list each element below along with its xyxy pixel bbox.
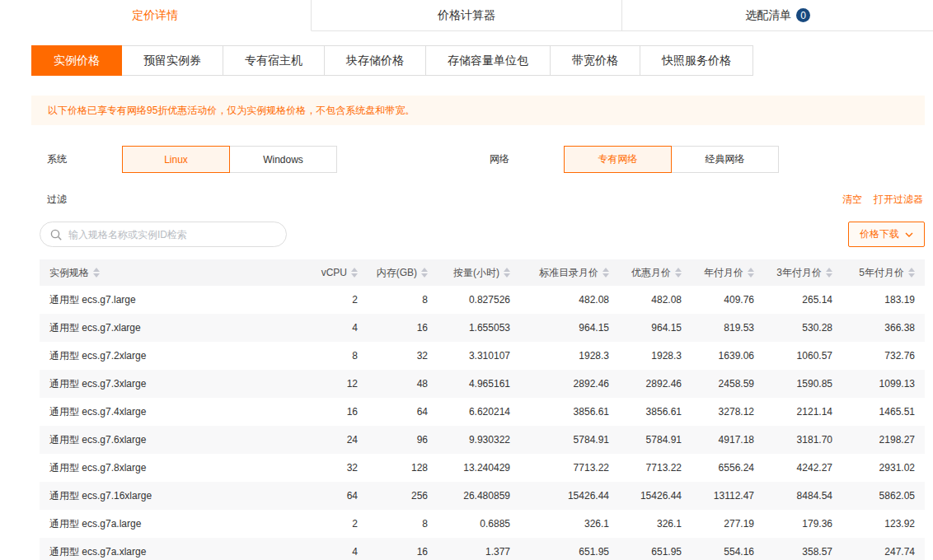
value-cell: 3181.70 bbox=[764, 426, 842, 454]
value-cell: 2892.46 bbox=[520, 370, 619, 398]
value-cell: 1099.13 bbox=[842, 370, 925, 398]
column-header[interactable]: 内存(GB) bbox=[368, 259, 438, 286]
value-cell: 5862.05 bbox=[842, 482, 925, 510]
price-download-button[interactable]: 价格下载 bbox=[848, 222, 925, 247]
value-cell: 366.38 bbox=[842, 314, 925, 342]
clear-filter-link[interactable]: 清空 bbox=[842, 193, 862, 207]
value-cell: 4917.18 bbox=[692, 426, 764, 454]
value-cell: 1.377 bbox=[438, 538, 520, 560]
network-label: 网络 bbox=[490, 152, 564, 166]
value-cell: 1639.06 bbox=[692, 342, 764, 370]
sort-icon bbox=[504, 268, 510, 278]
open-filter-link[interactable]: 打开过滤器 bbox=[874, 193, 923, 207]
value-cell: 183.19 bbox=[842, 286, 925, 314]
system-network-filter-row: 系统 Linux Windows 网络 专有网络 经典网络 bbox=[31, 146, 925, 173]
column-header-label: 优惠月价 bbox=[631, 266, 671, 280]
value-cell: 554.16 bbox=[692, 538, 764, 560]
instance-spec-cell: 通用型 ecs.g7.large bbox=[40, 286, 289, 314]
value-cell: 2931.02 bbox=[842, 454, 925, 482]
sub-tab-dedicated-host[interactable]: 专有宿主机 bbox=[223, 45, 325, 76]
value-cell: 5784.91 bbox=[520, 426, 619, 454]
value-cell: 2121.14 bbox=[764, 398, 842, 426]
value-cell: 651.95 bbox=[619, 538, 692, 560]
column-header-label: 实例规格 bbox=[49, 266, 89, 280]
value-cell: 964.15 bbox=[520, 314, 619, 342]
column-header[interactable]: 优惠月价 bbox=[619, 259, 692, 286]
value-cell: 4.965161 bbox=[438, 370, 520, 398]
value-cell: 48 bbox=[368, 370, 438, 398]
tab-config-list[interactable]: 选配清单 0 bbox=[622, 0, 933, 31]
value-cell: 326.1 bbox=[520, 510, 619, 538]
sub-tab-storage-capacity-unit[interactable]: 存储容量单位包 bbox=[425, 45, 551, 76]
sub-tab-bandwidth-price[interactable]: 带宽价格 bbox=[550, 45, 640, 76]
value-cell: 64 bbox=[368, 398, 438, 426]
tab-pricing-details[interactable]: 定价详情 bbox=[0, 0, 312, 31]
value-cell: 8 bbox=[368, 510, 438, 538]
value-cell: 1590.85 bbox=[764, 370, 842, 398]
search-box bbox=[40, 222, 287, 247]
table-row: 通用型 ecs.g7.2xlarge8323.3101071928.31928.… bbox=[40, 342, 925, 370]
column-header[interactable]: 按量(小时) bbox=[438, 259, 520, 286]
value-cell: 12 bbox=[289, 370, 368, 398]
value-cell: 123.92 bbox=[842, 510, 925, 538]
instance-spec-cell: 通用型 ecs.g7.16xlarge bbox=[40, 482, 289, 510]
column-header[interactable]: 标准目录月价 bbox=[520, 259, 619, 286]
column-header[interactable]: 实例规格 bbox=[40, 259, 289, 286]
filter-links-row: 过滤 清空 打开过滤器 bbox=[31, 193, 925, 207]
sub-tab-block-storage-price[interactable]: 块存储价格 bbox=[324, 45, 426, 76]
value-cell: 8 bbox=[289, 342, 368, 370]
value-cell: 0.827526 bbox=[438, 286, 520, 314]
value-cell: 4242.27 bbox=[764, 454, 842, 482]
value-cell: 964.15 bbox=[619, 314, 692, 342]
column-header[interactable]: 3年付月价 bbox=[764, 259, 842, 286]
value-cell: 2198.27 bbox=[842, 426, 925, 454]
network-option-classic[interactable]: 经典网络 bbox=[671, 146, 779, 173]
sort-icon bbox=[908, 268, 915, 278]
value-cell: 16 bbox=[368, 538, 438, 560]
instance-spec-cell: 通用型 ecs.g7.3xlarge bbox=[40, 370, 289, 398]
value-cell: 1465.51 bbox=[842, 398, 925, 426]
sort-icon bbox=[602, 268, 609, 278]
value-cell: 256 bbox=[368, 482, 438, 510]
instance-spec-cell: 通用型 ecs.g7a.large bbox=[40, 510, 289, 538]
instance-spec-cell: 通用型 ecs.g7.4xlarge bbox=[40, 398, 289, 426]
filter-links: 清空 打开过滤器 bbox=[842, 193, 925, 207]
value-cell: 358.57 bbox=[764, 538, 842, 560]
value-cell: 2 bbox=[289, 510, 368, 538]
value-cell: 6.620214 bbox=[438, 398, 520, 426]
value-cell: 2458.59 bbox=[692, 370, 764, 398]
column-header-label: 3年付月价 bbox=[776, 266, 822, 280]
sub-tab-reserved-instance-coupon[interactable]: 预留实例券 bbox=[121, 45, 223, 76]
tab-price-calculator[interactable]: 价格计算器 bbox=[312, 0, 623, 31]
table-row: 通用型 ecs.g7a.large280.6885326.1326.1277.1… bbox=[40, 510, 925, 538]
value-cell: 0.6885 bbox=[438, 510, 520, 538]
value-cell: 651.95 bbox=[520, 538, 619, 560]
value-cell: 26.480859 bbox=[438, 482, 520, 510]
value-cell: 16 bbox=[289, 398, 368, 426]
column-header[interactable]: 年付月价 bbox=[692, 259, 764, 286]
instance-spec-cell: 通用型 ecs.g7.2xlarge bbox=[40, 342, 289, 370]
column-header[interactable]: vCPU bbox=[289, 259, 368, 286]
value-cell: 96 bbox=[368, 426, 438, 454]
value-cell: 530.28 bbox=[764, 314, 842, 342]
price-download-label: 价格下载 bbox=[860, 227, 899, 241]
sub-tab-snapshot-price[interactable]: 快照服务价格 bbox=[640, 45, 753, 76]
sort-icon bbox=[826, 268, 832, 278]
system-option-linux[interactable]: Linux bbox=[122, 146, 230, 173]
value-cell: 7713.22 bbox=[520, 454, 619, 482]
system-option-windows[interactable]: Windows bbox=[229, 146, 337, 173]
sub-tab-instance-price[interactable]: 实例价格 bbox=[31, 45, 122, 76]
value-cell: 24 bbox=[289, 426, 368, 454]
column-header[interactable]: 5年付月价 bbox=[842, 259, 925, 286]
tab-pricing-details-label: 定价详情 bbox=[132, 8, 178, 23]
column-header-label: 5年付月价 bbox=[859, 266, 904, 280]
value-cell: 409.76 bbox=[692, 286, 764, 314]
network-option-vpc[interactable]: 专有网络 bbox=[564, 146, 672, 173]
search-input[interactable] bbox=[40, 222, 286, 246]
column-header-label: vCPU bbox=[321, 267, 347, 278]
sort-icon bbox=[748, 268, 754, 278]
table-row: 通用型 ecs.g7.16xlarge6425626.48085915426.4… bbox=[40, 482, 925, 510]
value-cell: 8 bbox=[368, 286, 438, 314]
value-cell: 32 bbox=[289, 454, 368, 482]
value-cell: 3856.61 bbox=[619, 398, 692, 426]
